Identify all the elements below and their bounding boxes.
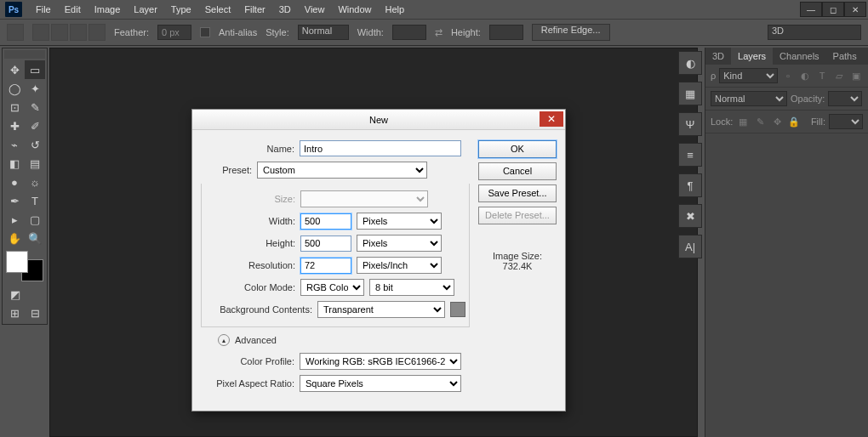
bg-color-swatch[interactable] — [450, 302, 465, 317]
selection-intersect-icon[interactable] — [89, 24, 106, 41]
opacity-label: Opacity: — [791, 94, 825, 104]
menu-file[interactable]: File — [29, 4, 58, 14]
eraser-tool-icon[interactable]: ◧ — [4, 154, 25, 173]
stamp-tool-icon[interactable]: ⌁ — [4, 135, 25, 154]
hand-tool-icon[interactable]: ✋ — [4, 229, 25, 247]
dialog-close-button[interactable]: ✕ — [540, 111, 563, 127]
cancel-button[interactable]: Cancel — [478, 162, 557, 180]
filter-smart-icon[interactable]: ▣ — [849, 70, 863, 82]
lasso-tool-icon[interactable]: ◯ — [4, 79, 25, 98]
selection-new-icon[interactable] — [32, 24, 49, 41]
tab-channels[interactable]: Channels — [773, 48, 825, 65]
minimize-button[interactable]: — — [800, 2, 822, 17]
blend-mode-select[interactable]: Normal — [711, 91, 787, 106]
foreground-color-swatch[interactable] — [6, 251, 28, 273]
save-preset-button[interactable]: Save Preset... — [478, 184, 557, 202]
marquee-tool-icon[interactable]: ▭ — [25, 60, 45, 79]
brush-tool-icon[interactable]: ✐ — [25, 116, 45, 135]
maximize-button[interactable]: ◻ — [822, 2, 844, 17]
dialog-title: New — [369, 115, 388, 125]
menu-select[interactable]: Select — [198, 4, 238, 14]
heal-tool-icon[interactable]: ✚ — [4, 116, 25, 135]
filter-pixel-icon[interactable]: ▫ — [781, 70, 795, 82]
lock-row: Lock: ▦ ✎ ✥ 🔒 Fill: — [705, 111, 868, 133]
crop-tool-icon[interactable]: ⊡ — [4, 98, 25, 116]
gradient-tool-icon[interactable]: ▤ — [25, 154, 45, 173]
height-unit-select[interactable]: Pixels — [357, 235, 442, 252]
brushes-panel-icon[interactable]: Ψ — [678, 112, 702, 136]
shape-tool-icon[interactable]: ▢ — [25, 210, 45, 229]
d-height-input[interactable] — [300, 236, 351, 252]
selection-add-icon[interactable] — [51, 24, 68, 41]
width-unit-select[interactable]: Pixels — [357, 213, 442, 230]
style-select[interactable]: Normal — [298, 25, 349, 40]
swatches-panel-icon[interactable]: ▦ — [678, 82, 702, 105]
paragraph-panel-icon[interactable]: ¶ — [678, 173, 702, 197]
menu-type[interactable]: Type — [164, 4, 198, 14]
history-brush-icon[interactable]: ↺ — [25, 135, 45, 154]
tab-paths[interactable]: Paths — [826, 48, 864, 65]
path-select-icon[interactable]: ▸ — [4, 210, 25, 229]
3d-mode-select[interactable]: 3D — [768, 25, 861, 40]
preset-select[interactable]: Custom — [257, 162, 427, 179]
colormode-select[interactable]: RGB Color — [300, 279, 364, 296]
antialias-checkbox[interactable] — [200, 27, 210, 37]
quickmask-icon[interactable]: ◩ — [4, 285, 26, 304]
blend-row: Normal Opacity: — [705, 88, 868, 111]
lock-transparency-icon[interactable]: ▦ — [736, 116, 750, 128]
color-panel-icon[interactable]: ◐ — [678, 51, 702, 75]
d-width-input[interactable] — [300, 213, 351, 230]
resolution-input[interactable] — [300, 258, 351, 274]
menu-image[interactable]: Image — [88, 4, 128, 14]
color-swatches[interactable] — [6, 251, 43, 281]
close-button[interactable]: ✕ — [844, 2, 866, 17]
menu-window[interactable]: Window — [331, 4, 378, 14]
lock-all-icon[interactable]: 🔒 — [787, 116, 801, 128]
wand-tool-icon[interactable]: ✦ — [25, 79, 45, 98]
tools-drag-handle[interactable] — [4, 50, 45, 59]
par-select[interactable]: Square Pixels — [300, 375, 461, 392]
dodge-tool-icon[interactable]: ☼ — [25, 173, 45, 191]
tools-panel-icon[interactable]: ✖ — [678, 204, 702, 228]
filter-shape-icon[interactable]: ▱ — [832, 70, 846, 82]
swap-icon[interactable]: ⇄ — [435, 27, 443, 38]
type-tool-icon[interactable]: T — [25, 191, 45, 210]
adjustments-panel-icon[interactable]: ≡ — [678, 143, 702, 167]
filter-adjust-icon[interactable]: ◐ — [798, 70, 812, 82]
move-tool-icon[interactable]: ✥ — [4, 60, 25, 79]
feather-input[interactable] — [157, 25, 191, 40]
blur-tool-icon[interactable]: ● — [4, 173, 25, 191]
screenmode-icon[interactable]: ⊞ — [4, 304, 25, 322]
filter-type-icon[interactable]: T — [815, 70, 829, 82]
ok-button[interactable]: OK — [478, 140, 557, 158]
dialog-titlebar[interactable]: New ✕ — [192, 110, 565, 130]
tool-preset-icon[interactable] — [7, 24, 24, 41]
bgcontents-select[interactable]: Transparent — [317, 301, 445, 318]
lock-pixels-icon[interactable]: ✎ — [753, 116, 767, 128]
tab-3d[interactable]: 3D — [705, 48, 731, 65]
selection-subtract-icon[interactable] — [70, 24, 87, 41]
menu-edit[interactable]: Edit — [58, 4, 88, 14]
refine-edge-button[interactable]: Refine Edge... — [532, 24, 610, 41]
pen-tool-icon[interactable]: ✒ — [4, 191, 25, 210]
lock-position-icon[interactable]: ✥ — [770, 116, 784, 128]
screenmode2-icon[interactable]: ⊟ — [25, 304, 45, 322]
fill-select[interactable] — [829, 114, 863, 129]
d-width-label: Width: — [202, 216, 295, 226]
zoom-tool-icon[interactable]: 🔍 — [25, 229, 45, 247]
name-input[interactable] — [300, 140, 461, 156]
colorprofile-select[interactable]: Working RGB: sRGB IEC61966-2.1 — [300, 353, 461, 370]
menu-help[interactable]: Help — [379, 4, 412, 14]
eyedropper-tool-icon[interactable]: ✎ — [25, 98, 45, 116]
kind-select[interactable]: Kind — [719, 68, 778, 83]
resolution-unit-select[interactable]: Pixels/Inch — [357, 257, 442, 274]
advanced-toggle[interactable]: ▴ — [218, 334, 230, 346]
menu-3d[interactable]: 3D — [272, 4, 298, 14]
menu-layer[interactable]: Layer — [127, 4, 164, 14]
character-panel-icon[interactable]: A| — [678, 235, 702, 258]
opacity-select[interactable] — [828, 91, 862, 106]
tab-layers[interactable]: Layers — [731, 48, 773, 65]
menu-view[interactable]: View — [298, 4, 332, 14]
menu-filter[interactable]: Filter — [237, 4, 271, 14]
colordepth-select[interactable]: 8 bit — [369, 279, 454, 296]
